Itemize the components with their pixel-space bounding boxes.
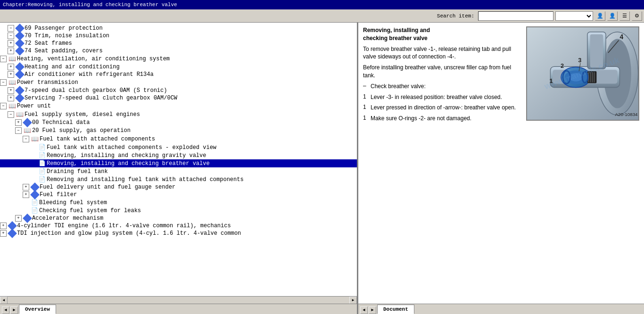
tree-item-1[interactable]: −69 Passenger protection: [0, 25, 357, 32]
tree-label: Fuel supply system, diesel engines: [25, 111, 140, 118]
tree-area[interactable]: −69 Passenger protection−70 Trim, noise …: [0, 23, 357, 296]
doc-icon: 📄: [39, 144, 46, 151]
search-label: Search item:: [437, 13, 474, 19]
tree-label: Fuel filter: [40, 191, 77, 198]
tree-toggle[interactable]: +: [0, 223, 7, 229]
right-nav-prev[interactable]: ◄: [360, 306, 368, 314]
tree-item-7[interactable]: +Air conditioner with refrigerant R134a: [0, 71, 357, 78]
tree-item-24[interactable]: 📄Checking fuel system for leaks: [0, 207, 357, 215]
tab-overview[interactable]: Overview: [19, 305, 56, 314]
tree-toggle[interactable]: +: [23, 184, 29, 190]
app-window: Chapter:Removing, installing and checkin…: [0, 0, 644, 314]
tree-toggle[interactable]: +: [8, 87, 14, 94]
tree-item-2[interactable]: −70 Trim, noise insulation: [0, 32, 357, 40]
search-input[interactable]: [478, 11, 553, 21]
tree-item-21[interactable]: +Fuel delivery unit and fuel gauge sende…: [0, 183, 357, 191]
tree-toggle[interactable]: +: [8, 95, 14, 101]
tree-toggle[interactable]: −: [8, 33, 14, 39]
tree-toggle[interactable]: +: [0, 230, 7, 237]
tree-label: 00 Technical data: [32, 119, 90, 126]
tree-label: 4-cylinder TDI engine (1.6 ltr. 4-valve …: [17, 223, 231, 229]
tree-toggle[interactable]: −: [0, 56, 7, 62]
tree-toggle[interactable]: +: [15, 119, 22, 126]
tree-item-22[interactable]: +Fuel filter: [0, 191, 357, 198]
tree-item-20[interactable]: 📄Removing and installing fuel tank with …: [0, 175, 357, 183]
tree-item-19[interactable]: 📄Draining fuel tank: [0, 167, 357, 175]
tree-label: Accelerator mechanism: [32, 215, 103, 222]
tree-toggle[interactable]: −: [8, 25, 14, 32]
tree-toggle[interactable]: −: [15, 127, 22, 134]
tree-item-4[interactable]: +74 Seat padding, covers: [0, 47, 357, 55]
tree-item-15[interactable]: −📖Fuel tank with attached components: [0, 135, 357, 143]
right-content: Removing, installing andchecking breathe…: [358, 23, 644, 304]
settings-icon[interactable]: ⚙: [632, 11, 642, 21]
left-nav-prev[interactable]: ◄: [2, 306, 9, 314]
tree-toggle[interactable]: −: [8, 111, 14, 118]
left-nav-next[interactable]: ►: [10, 306, 18, 314]
book-icon: 📖: [24, 127, 31, 134]
tree-toggle[interactable]: −: [0, 103, 7, 109]
tree-item-23[interactable]: 📄Bleeding fuel system: [0, 198, 357, 207]
search-select[interactable]: [555, 11, 593, 21]
tree-label: Power transmission: [17, 79, 78, 86]
search-user2-icon[interactable]: 👤: [607, 11, 618, 21]
svg-text:3: 3: [578, 57, 581, 64]
book-icon: 📖: [8, 79, 16, 86]
content-title: Removing, installing andchecking breathe…: [363, 26, 522, 42]
menu-icon[interactable]: ☰: [619, 11, 630, 21]
scroll-left-btn[interactable]: ◄: [0, 297, 8, 304]
book-icon: 📖: [16, 111, 24, 118]
tree-item-25[interactable]: +Accelerator mechanism: [0, 215, 357, 222]
search-user-icon[interactable]: 👤: [595, 11, 605, 21]
tree-label: 69 Passenger protection: [25, 25, 103, 32]
tree-label: 70 Trim, noise insulation: [25, 33, 109, 39]
tree-label: Fuel tank with attached components: [40, 136, 155, 142]
tree-toggle[interactable]: +: [8, 71, 14, 78]
doc-icon: 📄: [39, 176, 46, 183]
tree-toggle[interactable]: +: [8, 48, 14, 54]
tree-item-27[interactable]: +TDI injection and glow plug system (4-c…: [0, 230, 357, 237]
tree-toggle[interactable]: +: [8, 64, 14, 70]
title-bar-text: Chapter:Removing, installing and checkin…: [3, 2, 177, 8]
diamond-icon: [23, 214, 32, 223]
tree-label: Heating and air conditioning: [25, 64, 120, 70]
para-3: 1 Lever pressed in direction of -arrow-:…: [363, 104, 522, 112]
tree-toggle[interactable]: +: [8, 40, 14, 47]
tree-item-16[interactable]: 📄Fuel tank with attached components - ex…: [0, 143, 357, 151]
tree-item-11[interactable]: −📖Power unit: [0, 102, 357, 110]
main-content: −69 Passenger protection−70 Trim, noise …: [0, 23, 644, 314]
tree-label: Servicing 7-speed dual clutch gearbox 0A…: [25, 95, 177, 101]
scroll-right-btn[interactable]: ►: [349, 297, 357, 304]
tree-item-26[interactable]: +4-cylinder TDI engine (1.6 ltr. 4-valve…: [0, 222, 357, 230]
tree-item-17[interactable]: 📄Removing, installing and checking gravi…: [0, 151, 357, 159]
tree-item-12[interactable]: −📖Fuel supply system, diesel engines: [0, 110, 357, 119]
tree-label: 20 Fuel supply, gas operation: [32, 127, 131, 134]
tree-item-14[interactable]: −📖20 Fuel supply, gas operation: [0, 126, 357, 135]
tree-label: Heating, ventilation, air conditioning s…: [17, 56, 170, 62]
tree-toggle[interactable]: −: [0, 79, 7, 86]
tree-item-9[interactable]: +7-speed dual clutch gearbox 0AM (S tron…: [0, 87, 357, 94]
image-section: 4: [526, 26, 639, 125]
para-1: Before installing breather valve, unscre…: [363, 64, 522, 80]
right-nav-next[interactable]: ►: [369, 306, 376, 314]
technical-diagram: 4: [526, 26, 639, 121]
tree-label: Power unit: [17, 103, 51, 109]
scroll-track[interactable]: [8, 297, 349, 304]
tree-item-18[interactable]: 📄Removing, installing and checking breat…: [0, 159, 357, 167]
tree-toggle[interactable]: +: [23, 191, 29, 198]
tree-item-5[interactable]: −📖Heating, ventilation, air conditioning…: [0, 55, 357, 63]
tree-item-10[interactable]: +Servicing 7-speed dual clutch gearbox 0…: [0, 94, 357, 102]
tree-toggle[interactable]: +: [15, 215, 22, 222]
tab-document[interactable]: Document: [377, 305, 414, 314]
tree-item-13[interactable]: +00 Technical data: [0, 119, 357, 126]
tree-item-8[interactable]: −📖Power transmission: [0, 78, 357, 87]
horizontal-scrollbar[interactable]: ◄ ►: [0, 296, 357, 304]
svg-text:2: 2: [561, 62, 564, 69]
text-section: Removing, installing andchecking breathe…: [363, 26, 522, 125]
tree-item-3[interactable]: +72 Seat frames: [0, 40, 357, 47]
diamond-icon: [30, 190, 40, 199]
doc-icon: 📄: [31, 207, 38, 214]
tree-toggle[interactable]: −: [23, 136, 29, 142]
tree-item-6[interactable]: +Heating and air conditioning: [0, 63, 357, 71]
tree-label: 7-speed dual clutch gearbox 0AM (S troni…: [25, 87, 167, 94]
